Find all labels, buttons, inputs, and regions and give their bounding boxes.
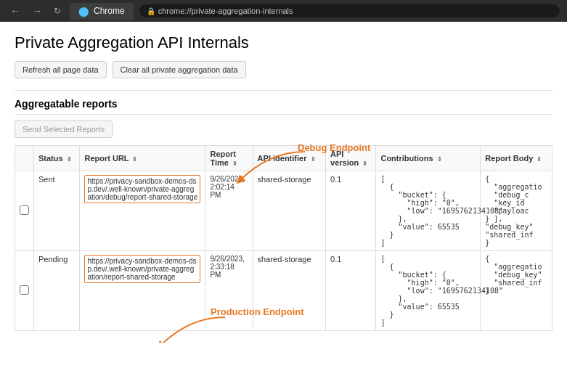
row1-status: Sent — [34, 171, 80, 251]
row1-url-cell: https://privacy-sandbox-demos-dsp.dev/.w… — [80, 171, 205, 251]
row2-status: Pending — [34, 251, 80, 331]
refresh-page-button[interactable]: Refresh all page data — [15, 61, 107, 78]
row2-checkbox[interactable] — [20, 285, 29, 295]
forward-button[interactable]: → — [29, 4, 45, 18]
row2-api-id: shared-storage — [253, 251, 325, 331]
lock-icon: 🔒 — [147, 7, 155, 15]
clear-data-button[interactable]: Clear all private aggregation data — [113, 61, 246, 78]
col-report-body[interactable]: Report Body ⇕ — [481, 146, 552, 171]
page-content: Private Aggregation API Internals Refres… — [0, 22, 567, 343]
row2-checkbox-cell[interactable] — [15, 251, 34, 331]
row1-api-id: shared-storage — [253, 171, 325, 251]
col-status[interactable]: Status ⇕ — [34, 146, 80, 171]
table-wrapper: Debug Endpoint Production Endpoint — [15, 145, 552, 331]
table-row: Pending https://privacy-sandbox-demos-ds… — [15, 251, 552, 331]
row2-time: 9/26/2023,2:33:18PM — [205, 251, 253, 331]
row2-url-cell: https://privacy-sandbox-demos-dsp.dev/.w… — [80, 251, 205, 331]
row2-url: https://privacy-sandbox-demos-dsp.dev/.w… — [84, 255, 200, 283]
tab-label: Chrome — [94, 6, 125, 16]
col-contributions[interactable]: Contributions ⇕ — [376, 146, 481, 171]
browser-tab[interactable]: ⬤ Chrome — [70, 3, 134, 20]
address-bar[interactable]: 🔒 chrome://private-aggregation-internals — [139, 4, 560, 17]
section-title: Aggregatable reports — [15, 98, 552, 115]
row2-contributions: [ { "bucket": { "high": "0", "low": "169… — [376, 251, 481, 331]
col-api-version[interactable]: APIversion ⇕ — [326, 146, 376, 171]
row1-api-version: 0.1 — [326, 171, 376, 251]
table-header-row: Status ⇕ Report URL ⇕ ReportTime ⇕ API i… — [15, 146, 552, 171]
chrome-logo: ⬤ — [78, 6, 89, 17]
browser-bar: ← → ↻ ⬤ Chrome 🔒 chrome://private-aggreg… — [0, 0, 567, 22]
col-checkbox — [15, 146, 34, 171]
page-title: Private Aggregation API Internals — [15, 33, 552, 52]
reports-table: Status ⇕ Report URL ⇕ ReportTime ⇕ API i… — [15, 145, 552, 331]
col-url[interactable]: Report URL ⇕ — [80, 146, 205, 171]
row1-checkbox[interactable] — [20, 205, 29, 215]
row1-report-body: { "aggregatio "debug_c "key_id "payloac … — [481, 171, 552, 251]
top-buttons: Refresh all page data Clear all private … — [15, 61, 552, 78]
row1-checkbox-cell[interactable] — [15, 171, 34, 251]
row2-api-version: 0.1 — [326, 251, 376, 331]
back-button[interactable]: ← — [7, 4, 23, 18]
refresh-button[interactable]: ↻ — [51, 4, 64, 17]
row1-time: 9/26/2023,2:02:14PM — [205, 171, 253, 251]
address-text: chrome://private-aggregation-internals — [158, 7, 293, 15]
col-time[interactable]: ReportTime ⇕ — [205, 146, 253, 171]
table-row: Sent https://privacy-sandbox-demos-dsp.d… — [15, 171, 552, 251]
row1-url: https://privacy-sandbox-demos-dsp.dev/.w… — [84, 175, 200, 203]
col-api-id[interactable]: API identifier ⇕ — [253, 146, 325, 171]
row1-contributions: [ { "bucket": { "high": "0", "low": "169… — [376, 171, 481, 251]
send-selected-button[interactable]: Send Selected Reports — [15, 121, 113, 138]
